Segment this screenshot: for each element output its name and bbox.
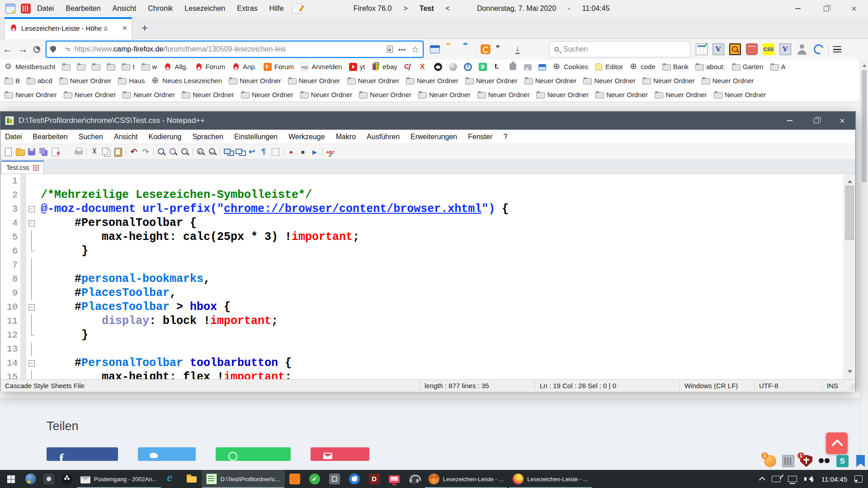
npp-toolbar-icon[interactable] bbox=[325, 146, 336, 157]
addon-icon[interactable] bbox=[712, 43, 724, 55]
bookmark-item[interactable]: Neuer Ordner bbox=[59, 76, 112, 85]
npp-menu-item[interactable]: Sprachen bbox=[192, 133, 223, 141]
npp-toolbar-icon[interactable] bbox=[223, 146, 234, 157]
npp-toolbar-icon[interactable] bbox=[282, 146, 285, 157]
bookmark-item[interactable]: Meistbesucht bbox=[5, 63, 55, 71]
sidebar-icon[interactable] bbox=[430, 45, 440, 53]
npp-toolbar-icon[interactable] bbox=[85, 146, 88, 157]
share-whatsapp-button[interactable] bbox=[216, 447, 291, 461]
fold-marker[interactable] bbox=[26, 356, 38, 370]
bookmark-item[interactable]: Anmelden bbox=[301, 63, 342, 71]
npp-toolbar-icon[interactable] bbox=[113, 146, 123, 157]
bookmark-item[interactable]: Neuer Ordner bbox=[477, 90, 530, 99]
task-button[interactable]: Lesezeichen-Leiste - ... bbox=[424, 470, 508, 488]
bookmark-item[interactable]: A bbox=[770, 62, 786, 71]
bookmark-item[interactable]: Haus bbox=[118, 76, 145, 85]
editor-scroll-down-icon[interactable] bbox=[848, 370, 852, 375]
bookmark-item[interactable] bbox=[464, 63, 472, 71]
code-line[interactable]: 7 bbox=[0, 258, 855, 272]
bookmark-item[interactable] bbox=[92, 62, 100, 71]
status-insert-mode[interactable]: INS bbox=[822, 381, 847, 390]
tray-pen-tablet-icon[interactable] bbox=[772, 476, 781, 482]
code-line[interactable]: 12 } bbox=[0, 328, 855, 342]
npp-toolbar-icon[interactable] bbox=[128, 146, 139, 157]
task-button[interactable] bbox=[285, 470, 305, 488]
npp-toolbar-icon[interactable] bbox=[321, 146, 324, 157]
bookmark-item[interactable]: Cookies bbox=[553, 63, 588, 71]
page-scrollbar[interactable] bbox=[860, 60, 868, 470]
npp-menu-item[interactable]: Datei bbox=[5, 133, 22, 141]
notepadpp-titlebar[interactable]: D:\Test\Profilordner\chrome\CSS\Test.css… bbox=[0, 112, 855, 130]
bookmark-item[interactable]: code bbox=[630, 63, 656, 71]
bookmark-item[interactable] bbox=[77, 62, 85, 71]
download-icon[interactable]: ↓ bbox=[514, 45, 525, 54]
npp-toolbar-icon[interactable] bbox=[270, 146, 281, 157]
bookmark-item[interactable]: Neuer Ordner bbox=[182, 90, 234, 99]
scrollbar-up-icon[interactable] bbox=[863, 62, 866, 67]
editor-scroll-up-icon[interactable] bbox=[848, 178, 852, 183]
editor-scrollbar[interactable] bbox=[844, 174, 855, 379]
bookmark-item[interactable]: Neuer Ordner bbox=[64, 90, 116, 99]
code-editor[interactable]: 12/*Mehrzeilige Lesezeichen-Symbolleiste… bbox=[0, 174, 855, 379]
start-button[interactable] bbox=[0, 470, 22, 488]
code-line[interactable]: 11 display: block !important; bbox=[0, 314, 855, 328]
bookmark-item[interactable] bbox=[419, 63, 427, 71]
brush-icon[interactable] bbox=[497, 45, 508, 54]
npp-menu-item[interactable]: Suchen bbox=[79, 133, 103, 141]
npp-document-tab[interactable]: Test.css x bbox=[1, 160, 44, 174]
task-button[interactable] bbox=[344, 470, 364, 488]
npp-toolbar-icon[interactable] bbox=[61, 146, 72, 157]
restore-button[interactable] bbox=[812, 0, 840, 17]
bookmark-item[interactable]: Neuer Ordner bbox=[595, 90, 648, 99]
bookmark-item[interactable] bbox=[479, 63, 487, 71]
open-folder-icon[interactable] bbox=[446, 45, 457, 54]
bookmark-item[interactable]: Neuer Ordner bbox=[300, 90, 353, 99]
task-button[interactable]: Posteingang - 2002An... bbox=[76, 470, 162, 488]
task-button[interactable] bbox=[305, 470, 325, 488]
fold-marker[interactable] bbox=[26, 202, 38, 216]
bookmark-item[interactable]: Neuer Ordner bbox=[359, 90, 411, 99]
bookmark-window-icon[interactable] bbox=[5, 4, 15, 14]
code-line[interactable]: 5 max-height: calc(25px * 3) !important; bbox=[0, 230, 855, 244]
npp-tab-close-icon[interactable]: x bbox=[33, 165, 39, 171]
bookmark-item[interactable]: Neuer Ordner bbox=[5, 90, 57, 99]
menu-item[interactable]: Hilfe bbox=[269, 5, 284, 13]
code-line[interactable]: 4 #PersonalToolbar { bbox=[0, 216, 855, 230]
task-button[interactable] bbox=[364, 470, 384, 488]
reader-mode-icon[interactable] bbox=[387, 46, 393, 53]
menu-item[interactable]: Ansicht bbox=[113, 5, 136, 13]
npp-toolbar-icon[interactable] bbox=[124, 146, 127, 157]
tray-chevron-up-icon[interactable] bbox=[759, 477, 765, 483]
npp-minimize-button[interactable] bbox=[777, 112, 803, 130]
menu-item[interactable]: Datei bbox=[37, 5, 54, 13]
tray-clock[interactable]: 11:04:45 bbox=[821, 475, 847, 483]
npp-toolbar-icon[interactable] bbox=[297, 146, 308, 157]
url-bar[interactable]: °= https://www.camp-firefox.de/forum/the… bbox=[46, 41, 424, 58]
notes-icon[interactable] bbox=[292, 4, 302, 14]
bookmark-item[interactable] bbox=[509, 62, 517, 71]
addon-icon[interactable] bbox=[729, 43, 741, 55]
page-actions-icon[interactable]: ••• bbox=[398, 46, 406, 53]
bookmark-item[interactable]: Neuer Ordner bbox=[406, 76, 458, 85]
bookmark-item[interactable]: Neuer Ordner bbox=[714, 90, 766, 99]
editor-scroll-thumb[interactable] bbox=[845, 186, 854, 240]
share-facebook-button[interactable] bbox=[47, 447, 118, 461]
npp-toolbar-icon[interactable] bbox=[50, 146, 61, 157]
npp-toolbar-icon[interactable]: − bbox=[207, 146, 218, 157]
bookmark-star-icon[interactable]: ☆ bbox=[411, 44, 419, 55]
npp-toolbar-icon[interactable] bbox=[26, 146, 37, 157]
quick-launch-button[interactable] bbox=[22, 470, 40, 488]
tray-network-icon[interactable] bbox=[788, 476, 797, 482]
bookmark-item[interactable]: Bank bbox=[662, 62, 689, 71]
npp-menu-item[interactable]: ? bbox=[503, 133, 507, 141]
npp-toolbar-icon[interactable] bbox=[140, 146, 151, 157]
bookmark-item[interactable]: Neuer Ordner bbox=[229, 76, 281, 85]
new-tab-button[interactable]: + bbox=[138, 22, 151, 35]
bookmark-item[interactable]: B bbox=[5, 76, 20, 85]
bookmark-item[interactable]: Neuer Ordner bbox=[642, 76, 695, 85]
tab-close-icon[interactable]: × bbox=[122, 24, 127, 32]
task-button[interactable]: D:\Test\Profilordner\c... bbox=[202, 470, 285, 488]
bookmark-item[interactable]: about: bbox=[695, 62, 725, 71]
bookmark-item[interactable]: Neuer Ordner bbox=[655, 90, 707, 99]
npp-menu-item[interactable]: Kodierung bbox=[148, 133, 181, 141]
